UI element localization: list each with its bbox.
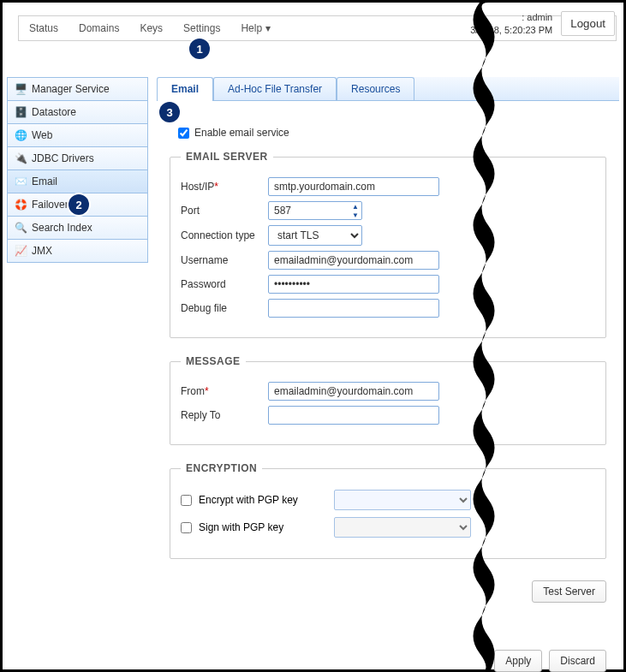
sidebar-item-datastore[interactable]: 🗄️ Datastore <box>7 101 148 124</box>
tab-resources[interactable]: Resources <box>337 77 414 100</box>
host-label: Host/IP* <box>181 181 268 193</box>
test-server-button[interactable]: Test Server <box>532 580 606 603</box>
reply-to-label: Reply To <box>181 409 268 421</box>
sidebar-item-jdbc[interactable]: 🔌 JDBC Drivers <box>7 147 148 170</box>
debug-file-input[interactable] <box>268 299 439 318</box>
sidebar: 🖥️ Manager Service 🗄️ Datastore 🌐 Web 🔌 … <box>7 77 148 263</box>
message-legend: MESSAGE <box>181 355 246 367</box>
row-reply-to: Reply To <box>181 403 595 427</box>
discard-button[interactable]: Discard <box>549 650 606 672</box>
content-inner: Enable email service EMAIL SERVER Host/I… <box>157 101 619 672</box>
chart-icon: 📈 <box>15 245 27 257</box>
encryption-legend: ENCRYPTION <box>181 462 262 474</box>
row-debug-file: Debug file <box>181 296 595 320</box>
menu-domains[interactable]: Domains <box>69 15 129 41</box>
password-input[interactable] <box>268 275 439 294</box>
sidebar-item-label: JMX <box>32 245 52 257</box>
sidebar-item-label: Manager Service <box>32 83 110 95</box>
encrypt-pgp-checkbox[interactable] <box>181 495 192 506</box>
encrypt-pgp-label: Encrypt with PGP key <box>199 494 327 506</box>
row-password: Password <box>181 272 595 296</box>
enable-email-row: Enable email service <box>178 127 606 139</box>
message-group: MESSAGE From* Reply To <box>170 355 606 445</box>
sidebar-item-label: Email <box>32 175 57 187</box>
menu-keys[interactable]: Keys <box>129 15 173 41</box>
app-frame: Status Domains Keys Settings Help ▾ : ad… <box>0 0 626 672</box>
sidebar-item-label: Search Index <box>32 222 92 234</box>
row-sign-pgp: Sign with PGP key <box>181 514 595 541</box>
search-icon: 🔍 <box>15 222 27 234</box>
debug-file-label: Debug file <box>181 302 268 314</box>
apply-discard-row: Apply Discard <box>170 650 606 672</box>
server-icon: 🖥️ <box>15 83 27 95</box>
port-input[interactable] <box>268 201 362 220</box>
mail-icon: ✉️ <box>15 175 27 187</box>
sidebar-item-email[interactable]: ✉️ Email <box>7 170 148 193</box>
chevron-down-icon: ▾ <box>265 22 271 34</box>
sign-pgp-checkbox[interactable] <box>181 522 192 533</box>
content-panel: Enable email service EMAIL SERVER Host/I… <box>157 101 619 665</box>
tab-email[interactable]: Email <box>157 77 213 100</box>
sidebar-item-manager-service[interactable]: 🖥️ Manager Service <box>7 77 148 101</box>
timestamp-label: 3/2018, 5:20:23 PM <box>470 24 552 36</box>
host-input[interactable] <box>268 177 439 196</box>
row-host: Host/IP* <box>181 175 595 199</box>
callout-1: 1 <box>189 39 210 59</box>
menu-help[interactable]: Help ▾ <box>230 15 281 41</box>
port-spinner[interactable]: ▲▼ <box>349 202 361 219</box>
plug-icon: 🔌 <box>15 152 27 164</box>
enable-email-checkbox[interactable] <box>178 128 189 139</box>
encrypt-pgp-select <box>334 490 471 510</box>
sidebar-item-search-index[interactable]: 🔍 Search Index <box>7 217 148 240</box>
username-label: Username <box>181 254 268 266</box>
sign-pgp-select <box>334 517 471 538</box>
row-encrypt-pgp: Encrypt with PGP key <box>181 486 595 514</box>
username-input[interactable] <box>268 251 439 270</box>
row-from: From* <box>181 379 595 403</box>
row-port: Port ▲▼ <box>181 199 595 223</box>
user-label: : admin <box>470 11 552 23</box>
spin-up-icon[interactable]: ▲ <box>349 202 361 211</box>
user-info: : admin 3/2018, 5:20:23 PM <box>470 11 552 36</box>
sidebar-item-label: Web <box>32 129 52 141</box>
sidebar-item-label: JDBC Drivers <box>32 152 94 164</box>
menu-help-label: Help <box>241 22 262 34</box>
apply-button[interactable]: Apply <box>494 650 542 672</box>
email-server-legend: EMAIL SERVER <box>181 151 273 163</box>
row-username: Username <box>181 248 595 272</box>
callout-3: 3 <box>159 102 180 122</box>
sidebar-item-label: Failover <box>32 199 69 211</box>
callout-2: 2 <box>69 194 89 215</box>
tab-adhoc-file-transfer[interactable]: Ad-Hoc File Transfer <box>213 77 337 100</box>
header-right: : admin 3/2018, 5:20:23 PM Logout <box>470 11 615 36</box>
test-row: Test Server <box>170 580 606 603</box>
reply-to-input[interactable] <box>268 406 439 425</box>
spin-down-icon[interactable]: ▼ <box>349 211 361 219</box>
sign-pgp-label: Sign with PGP key <box>199 521 327 533</box>
password-label: Password <box>181 278 268 290</box>
connection-type-label: Connection type <box>181 229 268 241</box>
sidebar-item-web[interactable]: 🌐 Web <box>7 124 148 147</box>
menu-status[interactable]: Status <box>19 15 69 41</box>
lifebuoy-icon: 🛟 <box>15 199 27 211</box>
port-label: Port <box>181 205 268 217</box>
from-input[interactable] <box>268 382 439 401</box>
email-server-group: EMAIL SERVER Host/IP* Port ▲▼ Connection… <box>170 151 606 338</box>
menu-settings[interactable]: Settings <box>173 15 230 41</box>
database-icon: 🗄️ <box>15 106 27 118</box>
sidebar-item-jmx[interactable]: 📈 JMX <box>7 240 148 263</box>
tab-strip: Email Ad-Hoc File Transfer Resources <box>157 77 619 101</box>
encryption-group: ENCRYPTION Encrypt with PGP key Sign wit… <box>170 462 606 559</box>
enable-email-label: Enable email service <box>194 127 289 139</box>
globe-icon: 🌐 <box>15 129 27 141</box>
logout-button[interactable]: Logout <box>561 11 615 36</box>
sidebar-item-label: Datastore <box>32 106 76 118</box>
row-connection-type: Connection type no encryption start TLS … <box>181 223 595 248</box>
connection-type-select[interactable]: no encryption start TLS SSL/TLS <box>268 225 362 246</box>
from-label: From* <box>181 385 268 397</box>
